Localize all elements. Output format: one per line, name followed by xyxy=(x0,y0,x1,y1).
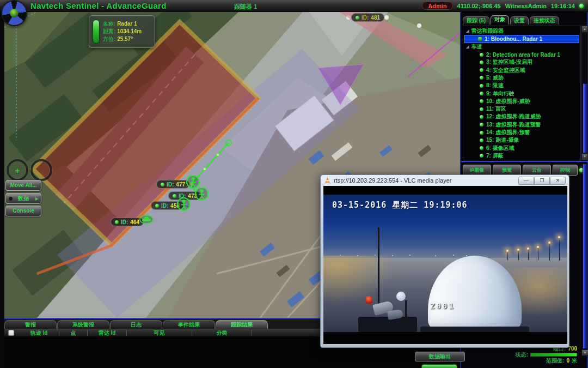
tab-objects[interactable]: 对象 xyxy=(491,15,509,25)
scroll-up-icon[interactable]: ▲ xyxy=(582,26,587,32)
tab-tracking[interactable]: 跟踪 (5) xyxy=(463,16,489,25)
track-dot-icon xyxy=(155,204,159,208)
move-all-label: Move All... xyxy=(10,182,36,188)
zoom-in-ring-button[interactable]: + xyxy=(7,159,28,181)
camera-button-3[interactable]: 云台 xyxy=(523,165,551,176)
track-id-prefix: ID: xyxy=(362,15,369,21)
tree-item-6[interactable]: 6: 摄像区域 xyxy=(463,144,580,152)
tree-item-3[interactable]: 3: 监控区域-没启用 xyxy=(463,58,580,66)
camera-button-1[interactable]: IP图像 xyxy=(463,165,491,176)
tree-label: 5: 威胁 xyxy=(486,74,504,82)
column-points[interactable]: 点 xyxy=(59,330,88,336)
column-classification[interactable]: 分类 xyxy=(192,330,252,336)
track-label-477[interactable]: ID: 477 xyxy=(156,180,189,189)
video-letterbox-bottom xyxy=(323,332,567,344)
street-lamp-light xyxy=(548,242,550,244)
camera-video-feed[interactable]: Z001 03-15-2016 星期二 19:19:06 xyxy=(323,186,567,344)
leaf-icon xyxy=(480,154,483,158)
tree-label: 15: 跑道-摄像 xyxy=(486,136,519,144)
data-button[interactable]: 数据 xyxy=(5,193,41,204)
tab-track-results[interactable]: 跟踪结果 xyxy=(216,320,268,329)
track-id-value: 464 xyxy=(130,219,139,225)
tab-system-alerts[interactable]: 系统警报 xyxy=(57,320,109,329)
tree-group-lanes[interactable]: ◢车道 xyxy=(463,43,580,51)
expander-icon[interactable]: ◢ xyxy=(466,45,469,49)
street-lamp-light xyxy=(527,248,529,250)
maximize-button[interactable]: ❐ xyxy=(534,177,550,185)
console-button[interactable]: Console xyxy=(5,206,41,216)
tab-settings[interactable]: 设置 xyxy=(510,16,529,25)
tab-event-results[interactable]: 事件结果 xyxy=(163,320,215,329)
cursor-coordinates: 4110.02;-906.45 xyxy=(457,3,501,9)
tree-label: 11: 盲区 xyxy=(486,105,506,113)
tree-label: 3: 监控区域-没启用 xyxy=(486,58,532,66)
tooltip-range-row: 距离: 1034.14m xyxy=(103,28,142,35)
vlc-cone-icon xyxy=(324,177,331,184)
range-label: 范围值: xyxy=(546,358,564,364)
admin-badge[interactable]: Admin xyxy=(422,2,452,10)
data-output-button[interactable]: 数据输出 xyxy=(415,352,465,361)
follower-label: 跟随器 1 xyxy=(234,3,257,11)
column-track-id[interactable]: 轨迹 Id xyxy=(19,330,59,336)
lamp-pole xyxy=(528,249,529,260)
vlc-window[interactable]: rtsp://10.203.29.223:554 - VLC media pla… xyxy=(320,174,569,348)
close-button[interactable]: ✕ xyxy=(550,177,566,185)
tree-item-11[interactable]: 11: 盲区 xyxy=(463,105,580,113)
track-dot-icon xyxy=(173,194,176,198)
track-label-464[interactable]: ID: 464 xyxy=(111,218,144,226)
tree-label: 7: 屏蔽 xyxy=(486,152,504,160)
camera-button-2[interactable]: 预置 xyxy=(493,165,521,176)
tree-item-5[interactable]: 5: 威胁 xyxy=(463,74,580,82)
antenna-pole xyxy=(378,227,379,313)
tree-item-15[interactable]: 15: 跑道-摄像 xyxy=(463,136,580,144)
red-beacon-light xyxy=(366,296,372,304)
tree-item-4[interactable]: 4: 安全监控区域 xyxy=(463,66,580,74)
tree-group-radars[interactable]: ◢雷达和跟踪器 xyxy=(463,27,580,35)
tree-label: 12: 虚拟围界-跑道威胁 xyxy=(486,113,541,120)
tree-item-7[interactable]: 7: 屏蔽 xyxy=(463,152,580,160)
track-id-value: 477 xyxy=(176,182,185,188)
tree-item-radar1[interactable]: 1: Bloodhou... Radar 1 xyxy=(464,35,579,43)
application-window: 名称: Radar 1 距离: 1034.14m 方位: 25.57° + Mo… xyxy=(0,0,588,368)
tab-connection-status[interactable]: 连接状态 xyxy=(530,16,559,25)
track-label-481[interactable]: ID: 481 xyxy=(351,13,384,22)
plus-icon: + xyxy=(15,166,20,175)
tab-log[interactable]: 日志 xyxy=(110,320,162,329)
zoom-out-ring-button[interactable] xyxy=(30,159,52,181)
tree-scrollbar[interactable]: ▲ ▼ xyxy=(581,26,588,160)
leaf-icon xyxy=(480,115,483,119)
tree-item-2[interactable]: 2: Detection area for Radar 1 xyxy=(463,51,580,58)
leaf-icon xyxy=(480,123,483,126)
scrollbar-thumb[interactable] xyxy=(583,83,587,153)
tree-item-9[interactable]: 9: 单向行驶 xyxy=(463,89,580,97)
vlc-window-buttons: — ❐ ✕ xyxy=(518,177,566,185)
select-all-checkbox[interactable] xyxy=(8,330,14,336)
camera-button-4[interactable]: 控制 xyxy=(553,165,578,176)
column-visible[interactable]: 可见 xyxy=(127,330,192,336)
scroll-down-icon[interactable]: ▼ xyxy=(582,154,587,160)
distant-light xyxy=(409,255,411,256)
move-all-button[interactable]: Move All... xyxy=(5,180,41,191)
tree-item-12[interactable]: 12: 虚拟围界-跑道威胁 xyxy=(463,113,580,120)
tree-item-14[interactable]: 14: 虚拟围界-预警 xyxy=(463,129,580,136)
radar-tooltip: 名称: Radar 1 距离: 1034.14m 方位: 25.57° xyxy=(89,15,155,48)
leaf-icon xyxy=(480,76,483,80)
tab-alerts[interactable]: 警报 xyxy=(4,320,57,329)
tree-item-13[interactable]: 13: 虚拟围界-跑道预警 xyxy=(463,121,580,129)
lamp-pole xyxy=(559,238,560,261)
tree-label: 9: 单向行驶 xyxy=(486,90,514,98)
scroll-down-icon[interactable]: ▼ xyxy=(581,349,588,356)
track-id-prefix: ID: xyxy=(121,219,128,225)
confirm-button[interactable] xyxy=(421,364,457,368)
range-value: 1034.14m xyxy=(117,28,142,34)
tree-item-10[interactable]: 10: 虚拟围界-威胁 xyxy=(463,98,580,105)
leaf-icon xyxy=(480,99,483,103)
column-radar-id[interactable]: 雷达 Id xyxy=(88,330,127,336)
tree-item-8[interactable]: 8: 限速 xyxy=(463,82,580,89)
panel-scrollbar[interactable] xyxy=(583,164,587,349)
expander-icon[interactable]: ◢ xyxy=(466,29,469,33)
track-dot-icon xyxy=(161,183,164,186)
minimize-button[interactable]: — xyxy=(518,177,534,185)
distant-light xyxy=(375,255,376,256)
console-label: Console xyxy=(13,208,34,214)
